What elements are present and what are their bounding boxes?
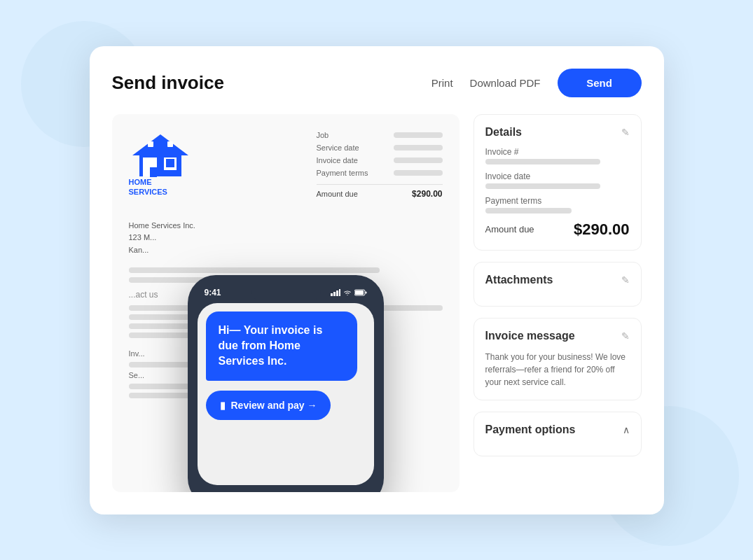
attachments-edit-icon[interactable]: ✎ — [621, 274, 630, 286]
invoice-number-label: Invoice # — [485, 147, 630, 157]
content-area: HOME SERVICES Job Service date Invoice d… — [112, 114, 642, 492]
placeholder-bar-1 — [129, 267, 380, 273]
svg-rect-7 — [331, 293, 333, 296]
invoice-date-bar — [485, 183, 601, 189]
invoice-date-value-bar — [394, 158, 443, 163]
phone-screen: Hi— Your invoice is due from Home Servic… — [198, 303, 374, 485]
invoice-message-section: Invoice message ✎ Thank you for your bus… — [474, 318, 642, 400]
payment-terms-row: Payment terms — [485, 196, 630, 214]
svg-rect-13 — [365, 291, 366, 293]
svg-rect-12 — [355, 290, 364, 295]
service-date-value-bar — [394, 145, 443, 150]
review-btn-label: Review and pay → — [231, 400, 317, 411]
chevron-up-icon[interactable]: ∧ — [623, 424, 630, 435]
payment-terms-value-bar — [394, 170, 443, 176]
attachments-header: Attachments ✎ — [485, 274, 630, 286]
payment-options-section: Payment options ∧ — [474, 412, 642, 456]
amount-due-row: Amount due $290.00 — [485, 220, 630, 239]
amount-due-label: Amount due — [485, 224, 534, 234]
details-section: Details ✎ Invoice # Invoice date Payment… — [474, 114, 642, 251]
invoice-date-field-row: Invoice date — [317, 156, 443, 164]
attachments-section: Attachments ✎ — [474, 262, 642, 307]
invoice-date-label: Invoice date — [485, 172, 630, 181]
invoice-message-edit-icon[interactable]: ✎ — [621, 330, 630, 342]
phone-time: 9:41 — [205, 288, 221, 298]
logo-area: HOME SERVICES Job Service date Invoice d… — [129, 131, 443, 199]
send-button[interactable]: Send — [558, 69, 642, 97]
address-line1: 123 M... — [129, 232, 443, 244]
card-icon: ▮ — [220, 400, 226, 411]
invoice-preview: HOME SERVICES Job Service date Invoice d… — [112, 114, 460, 492]
invoice-message-text: Thank you for your business! We love ref… — [485, 351, 630, 388]
payment-options-header: Payment options ∧ — [485, 424, 630, 436]
invoice-number-bar — [485, 159, 601, 164]
payment-terms-bar — [485, 208, 572, 214]
amount-due-value: $290.00 — [412, 189, 442, 199]
page-title: Send invoice — [112, 72, 431, 94]
attachments-title: Attachments — [485, 274, 553, 286]
svg-rect-4 — [166, 159, 174, 167]
print-button[interactable]: Print — [431, 77, 453, 89]
invoice-fields: Job Service date Invoice date Payment te… — [317, 131, 443, 199]
phone-notch — [251, 285, 321, 300]
invoice-number-row: Invoice # — [485, 147, 630, 164]
main-card: Send invoice Print Download PDF Send — [90, 46, 664, 514]
phone-mockup: 9:41 — [188, 275, 384, 492]
invoice-message-title: Invoice message — [485, 330, 575, 342]
svg-rect-5 — [167, 141, 173, 147]
svg-rect-9 — [336, 290, 338, 296]
details-header: Details ✎ — [485, 126, 630, 139]
header: Send invoice Print Download PDF Send — [112, 69, 642, 97]
amount-due-value: $290.00 — [574, 220, 630, 239]
details-edit-icon[interactable]: ✎ — [621, 127, 630, 138]
service-date-label: Service date — [317, 144, 359, 152]
svg-marker-0 — [132, 134, 188, 176]
payment-options-title: Payment options — [485, 424, 576, 436]
address-section: Home Services Inc. 123 M... Kan... — [129, 220, 443, 257]
svg-rect-3 — [150, 167, 157, 177]
download-pdf-button[interactable]: Download PDF — [470, 77, 541, 89]
battery-icon — [354, 289, 367, 296]
wifi-icon — [343, 289, 352, 296]
svg-rect-8 — [333, 292, 336, 296]
job-label: Job — [317, 131, 329, 139]
review-and-pay-button[interactable]: ▮ Review and pay → — [206, 391, 331, 420]
service-date-field-row: Service date — [317, 144, 443, 152]
address-line2: Kan... — [129, 244, 443, 257]
details-title: Details — [485, 126, 522, 139]
company-logo — [129, 131, 192, 180]
job-value-bar — [394, 132, 443, 138]
header-actions: Print Download PDF Send — [431, 69, 642, 97]
payment-terms-label: Payment terms — [485, 196, 630, 206]
right-panel: Details ✎ Invoice # Invoice date Payment… — [474, 114, 642, 492]
invoice-date-label: Invoice date — [317, 156, 358, 164]
payment-terms-field-row: Payment terms — [317, 169, 443, 177]
chat-message-bubble: Hi— Your invoice is due from Home Servic… — [206, 312, 358, 381]
company-info: HOME SERVICES — [129, 177, 167, 197]
signal-icon — [331, 289, 340, 296]
amount-row: Amount due $290.00 — [317, 184, 443, 199]
svg-rect-10 — [339, 289, 340, 296]
job-field-row: Job — [317, 131, 443, 139]
payment-terms-label: Payment terms — [317, 169, 368, 177]
svg-rect-6 — [148, 141, 153, 147]
invoice-date-row: Invoice date — [485, 172, 630, 189]
invoice-message-header: Invoice message ✎ — [485, 330, 630, 342]
phone-icons — [331, 289, 367, 296]
company-name: Home Services Inc. — [129, 220, 443, 232]
amount-due-label: Amount due — [317, 190, 358, 198]
